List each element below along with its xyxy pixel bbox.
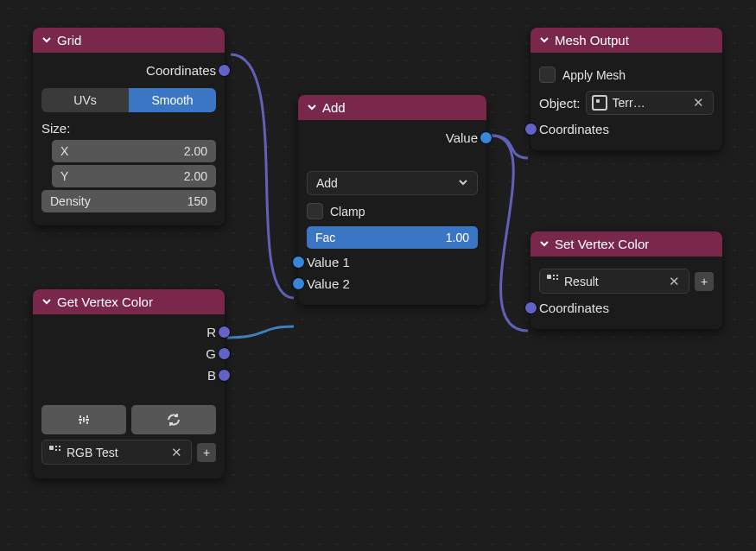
add-button[interactable]: + [197, 443, 216, 462]
chevron-down-icon [307, 100, 317, 115]
svg-rect-1 [55, 446, 57, 447]
add-node[interactable]: Add Value Add Clamp Fac 1.00 Value 1 Val… [298, 95, 486, 305]
mesh-coords-input[interactable]: Coordinates [539, 118, 714, 140]
chevron-down-icon [41, 294, 52, 309]
clear-icon[interactable]: ✕ [689, 95, 708, 111]
value2-input[interactable]: Value 2 [307, 273, 478, 294]
set-vc-title: Set Vertex Color [555, 237, 649, 251]
apply-mesh-label: Apply Mesh [562, 68, 626, 82]
svg-rect-3 [55, 449, 57, 451]
mesh-object-field[interactable]: Terr… ✕ [586, 91, 714, 115]
socket-value-icon[interactable] [292, 256, 305, 269]
grid-node[interactable]: Grid Coordinates UVs Smooth Size: X 2.00… [33, 28, 225, 225]
add-header[interactable]: Add [298, 95, 486, 120]
size-x-field[interactable]: X 2.00 [52, 140, 216, 162]
socket-vector-icon[interactable] [218, 64, 231, 77]
chevron-down-icon [458, 176, 468, 190]
svg-rect-4 [59, 449, 60, 451]
add-button[interactable]: + [695, 272, 714, 291]
svg-rect-5 [547, 275, 551, 279]
socket-value-icon[interactable] [292, 277, 305, 290]
transfer-icon [76, 413, 92, 427]
svg-rect-8 [553, 278, 555, 280]
uvs-toggle[interactable]: UVs [41, 88, 129, 112]
clamp-label: Clamp [330, 205, 365, 218]
refresh-button[interactable] [131, 405, 216, 434]
grid-title: Grid [57, 33, 81, 48]
mesh-out-title: Mesh Output [555, 33, 629, 48]
result-field[interactable]: Result ✕ [539, 269, 689, 294]
size-y-field[interactable]: Y 2.00 [52, 165, 216, 187]
svg-rect-7 [556, 275, 558, 276]
chevron-down-icon [539, 33, 550, 48]
chevron-down-icon [539, 237, 550, 251]
r-output[interactable]: R [41, 321, 216, 343]
transfer-button[interactable] [41, 405, 126, 434]
socket-icon[interactable] [218, 369, 231, 382]
add-value-output[interactable]: Value [307, 127, 478, 149]
clear-icon[interactable]: ✕ [665, 274, 683, 289]
vertex-color-icon [48, 444, 61, 460]
clear-icon[interactable]: ✕ [168, 445, 186, 460]
chevron-down-icon [41, 33, 52, 48]
smooth-toggle[interactable]: Smooth [129, 88, 216, 112]
object-icon [592, 95, 607, 111]
get-vertex-color-node[interactable]: Get Vertex Color R G B [33, 289, 225, 478]
svg-rect-0 [49, 446, 54, 450]
get-vc-header[interactable]: Get Vertex Color [33, 289, 225, 314]
svg-rect-2 [59, 446, 60, 447]
socket-value-icon[interactable] [480, 131, 492, 144]
set-vc-header[interactable]: Set Vertex Color [530, 231, 722, 256]
socket-vector-icon[interactable] [524, 301, 537, 314]
object-label: Object: [539, 96, 581, 111]
socket-vector-icon[interactable] [524, 123, 537, 136]
get-vc-title: Get Vertex Color [57, 294, 153, 309]
setvc-coords-input[interactable]: Coordinates [539, 297, 714, 319]
vc-object-field[interactable]: RGB Test ✕ [41, 440, 192, 465]
grid-mode-toggle[interactable]: UVs Smooth [41, 88, 216, 112]
operation-select[interactable]: Add [307, 171, 478, 195]
socket-icon[interactable] [218, 326, 231, 339]
mesh-output-node[interactable]: Mesh Output Apply Mesh Object: Terr… ✕ C… [530, 28, 722, 150]
svg-rect-6 [553, 275, 555, 276]
density-field[interactable]: Density 150 [41, 190, 216, 212]
size-label: Size: [41, 119, 216, 137]
fac-field[interactable]: Fac 1.00 [307, 226, 478, 249]
add-title: Add [322, 100, 346, 115]
set-vertex-color-node[interactable]: Set Vertex Color Result ✕ + Coordinates [530, 231, 722, 329]
grid-header[interactable]: Grid [33, 28, 225, 53]
b-output[interactable]: B [41, 364, 216, 386]
g-output[interactable]: G [41, 343, 216, 364]
socket-icon[interactable] [218, 347, 231, 360]
vertex-color-icon [545, 273, 559, 289]
apply-mesh-checkbox[interactable] [539, 66, 556, 83]
mesh-out-header[interactable]: Mesh Output [530, 28, 722, 53]
value1-input[interactable]: Value 1 [307, 251, 478, 273]
grid-coords-output[interactable]: Coordinates [41, 60, 216, 81]
clamp-checkbox[interactable] [307, 203, 323, 219]
svg-rect-9 [556, 278, 558, 280]
refresh-icon [166, 412, 181, 428]
